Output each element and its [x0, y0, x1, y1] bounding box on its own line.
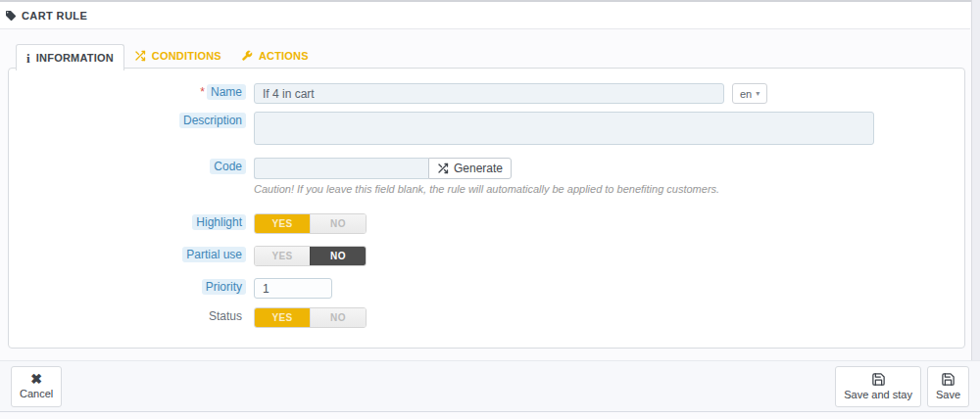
- priority-input[interactable]: [254, 278, 332, 299]
- required-asterisk: *: [200, 85, 205, 99]
- partial-use-yes-option[interactable]: YES: [255, 247, 310, 265]
- name-label: Name: [207, 84, 246, 100]
- save-button[interactable]: Save: [927, 366, 969, 407]
- language-dropdown-value: en: [740, 88, 752, 100]
- page-right-gutter: [971, 0, 980, 360]
- code-row: Code Generate: [9, 158, 964, 179]
- generate-button-label: Generate: [454, 162, 503, 175]
- save-button-label: Save: [936, 389, 960, 400]
- highlight-yes-option[interactable]: YES: [255, 214, 310, 233]
- description-row: Description: [9, 112, 964, 145]
- code-input[interactable]: [254, 158, 428, 179]
- close-icon: ✖: [30, 372, 42, 386]
- status-row: Status YES NO: [9, 307, 964, 328]
- status-yes-option[interactable]: YES: [255, 308, 310, 327]
- tab-actions[interactable]: ACTIONS: [231, 43, 318, 69]
- wrench-icon: [241, 50, 253, 62]
- highlight-label: Highlight: [192, 214, 246, 230]
- status-toggle[interactable]: YES NO: [254, 307, 367, 328]
- language-dropdown-button[interactable]: en ▾: [732, 83, 767, 104]
- highlight-no-option[interactable]: NO: [310, 214, 366, 233]
- name-input[interactable]: [254, 83, 724, 104]
- name-label-col: *Name: [9, 83, 246, 99]
- code-label-col: Code: [9, 158, 246, 173]
- cancel-button-label: Cancel: [20, 388, 53, 399]
- form-footer-toolbar: ✖ Cancel Save and stay Save: [0, 360, 980, 412]
- partial-use-row: Partial use YES NO: [9, 246, 964, 266]
- partial-use-label-col: Partial use: [9, 246, 246, 261]
- code-caution-text: Caution! If you leave this field blank, …: [254, 183, 719, 195]
- tab-actions-label: ACTIONS: [259, 50, 309, 62]
- save-and-stay-button[interactable]: Save and stay: [835, 366, 921, 407]
- partial-use-no-option[interactable]: NO: [310, 247, 366, 265]
- highlight-label-col: Highlight: [9, 213, 246, 229]
- priority-row: Priority: [9, 278, 964, 299]
- description-label-col: Description: [9, 112, 246, 127]
- tab-bar: i INFORMATION CONDITIONS ACTIONS: [16, 43, 318, 69]
- partial-use-label: Partial use: [182, 247, 246, 262]
- name-row: *Name en ▾: [9, 83, 964, 104]
- information-form-panel: *Name en ▾ Description Code: [8, 68, 965, 349]
- footer-save-buttons: Save and stay Save: [835, 366, 969, 407]
- caret-down-icon: ▾: [756, 90, 760, 98]
- tab-conditions-label: CONDITIONS: [152, 50, 221, 62]
- tab-information-label: INFORMATION: [36, 52, 114, 64]
- description-label: Description: [179, 113, 246, 128]
- info-icon: i: [26, 53, 30, 64]
- tab-information[interactable]: i INFORMATION: [16, 44, 124, 70]
- save-icon: [871, 372, 886, 387]
- description-input[interactable]: [254, 112, 874, 145]
- highlight-toggle[interactable]: YES NO: [254, 213, 367, 234]
- page-header: CART RULE: [0, 2, 970, 29]
- tag-icon: [5, 10, 17, 22]
- tab-conditions[interactable]: CONDITIONS: [124, 43, 231, 69]
- status-no-option[interactable]: NO: [310, 308, 366, 327]
- code-label: Code: [210, 159, 246, 174]
- save-icon: [941, 372, 956, 387]
- shuffle-icon: [134, 50, 146, 62]
- status-label: Status: [205, 308, 246, 324]
- page-title: CART RULE: [22, 10, 87, 22]
- save-and-stay-label: Save and stay: [844, 389, 912, 400]
- priority-label: Priority: [202, 279, 246, 295]
- status-label-col: Status: [9, 307, 246, 323]
- shuffle-icon: [437, 163, 449, 174]
- priority-label-col: Priority: [9, 278, 246, 294]
- highlight-row: Highlight YES NO: [9, 213, 964, 234]
- partial-use-toggle[interactable]: YES NO: [254, 246, 367, 266]
- generate-code-button[interactable]: Generate: [428, 158, 512, 179]
- cancel-button[interactable]: ✖ Cancel: [11, 366, 62, 407]
